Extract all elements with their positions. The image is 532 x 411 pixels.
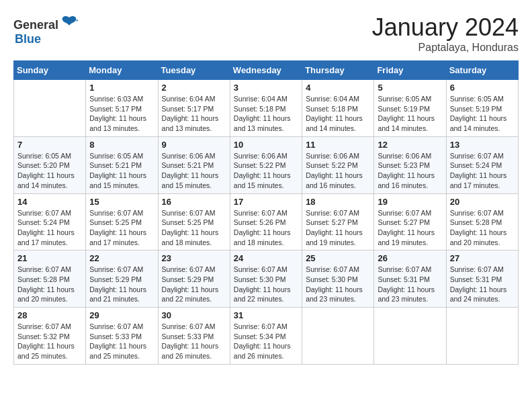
day-number: 3 xyxy=(234,83,298,93)
sunset-label: Sunset: 5:31 PM xyxy=(378,275,430,283)
day-info: Sunrise: 6:07 AMSunset: 5:29 PMDaylight:… xyxy=(89,265,154,304)
sunset-label: Sunset: 5:30 PM xyxy=(234,275,286,283)
calendar-cell: 21Sunrise: 6:07 AMSunset: 5:28 PMDayligh… xyxy=(14,250,86,308)
daylight-label: Daylight: 11 hours and 25 minutes. xyxy=(89,342,146,360)
calendar-cell: 2Sunrise: 6:04 AMSunset: 5:17 PMDaylight… xyxy=(158,80,230,137)
day-info: Sunrise: 6:07 AMSunset: 5:29 PMDaylight:… xyxy=(162,265,226,304)
calendar-cell: 10Sunrise: 6:06 AMSunset: 5:22 PMDayligh… xyxy=(230,136,302,193)
sunrise-label: Sunrise: 6:07 AM xyxy=(234,322,287,330)
day-number: 25 xyxy=(306,253,370,263)
sunset-label: Sunset: 5:22 PM xyxy=(234,161,286,169)
day-number: 6 xyxy=(450,83,515,93)
daylight-label: Daylight: 11 hours and 14 minutes. xyxy=(17,171,75,189)
sunrise-label: Sunrise: 6:06 AM xyxy=(234,152,287,160)
sunset-label: Sunset: 5:24 PM xyxy=(450,161,502,169)
daylight-label: Daylight: 11 hours and 22 minutes. xyxy=(234,285,291,304)
day-number: 17 xyxy=(234,197,298,207)
sunset-label: Sunset: 5:28 PM xyxy=(450,218,502,226)
daylight-label: Daylight: 11 hours and 20 minutes. xyxy=(17,285,75,304)
sunrise-label: Sunrise: 6:07 AM xyxy=(17,322,71,330)
daylight-label: Daylight: 11 hours and 17 minutes. xyxy=(89,228,146,246)
sunset-label: Sunset: 5:27 PM xyxy=(378,218,430,226)
logo-blue: Blue xyxy=(15,32,41,46)
sunrise-label: Sunrise: 6:07 AM xyxy=(89,209,143,217)
day-info: Sunrise: 6:06 AMSunset: 5:22 PMDaylight:… xyxy=(306,151,370,191)
day-number: 5 xyxy=(378,83,442,93)
sunset-label: Sunset: 5:33 PM xyxy=(89,332,142,340)
day-number: 30 xyxy=(162,310,226,320)
day-info: Sunrise: 6:04 AMSunset: 5:18 PMDaylight:… xyxy=(234,94,298,134)
daylight-label: Daylight: 11 hours and 16 minutes. xyxy=(306,171,363,189)
day-info: Sunrise: 6:07 AMSunset: 5:26 PMDaylight:… xyxy=(234,208,298,248)
day-number: 15 xyxy=(89,197,154,207)
sunrise-label: Sunrise: 6:07 AM xyxy=(234,265,287,273)
sunrise-label: Sunrise: 6:07 AM xyxy=(162,265,216,273)
weekday-header: Saturday xyxy=(446,61,518,80)
sunset-label: Sunset: 5:32 PM xyxy=(17,332,70,340)
sunrise-label: Sunrise: 6:07 AM xyxy=(89,322,143,330)
day-info: Sunrise: 6:07 AMSunset: 5:32 PMDaylight:… xyxy=(17,322,82,361)
calendar-cell: 7Sunrise: 6:05 AMSunset: 5:20 PMDaylight… xyxy=(14,136,86,193)
day-number: 20 xyxy=(450,197,515,207)
day-number: 21 xyxy=(17,253,82,263)
day-info: Sunrise: 6:07 AMSunset: 5:28 PMDaylight:… xyxy=(450,208,515,248)
sunrise-label: Sunrise: 6:07 AM xyxy=(17,209,71,217)
sunrise-label: Sunrise: 6:07 AM xyxy=(162,209,216,217)
sunset-label: Sunset: 5:21 PM xyxy=(162,161,214,169)
daylight-label: Daylight: 11 hours and 24 minutes. xyxy=(450,285,507,304)
day-number: 27 xyxy=(450,253,515,263)
day-info: Sunrise: 6:07 AMSunset: 5:25 PMDaylight:… xyxy=(89,208,154,248)
day-number: 7 xyxy=(17,140,82,150)
day-info: Sunrise: 6:05 AMSunset: 5:21 PMDaylight:… xyxy=(89,151,154,191)
weekday-header: Tuesday xyxy=(158,61,230,80)
sunset-label: Sunset: 5:31 PM xyxy=(450,275,502,283)
weekday-header: Sunday xyxy=(14,61,86,80)
sunrise-label: Sunrise: 6:05 AM xyxy=(89,152,143,160)
day-number: 4 xyxy=(306,83,370,93)
daylight-label: Daylight: 11 hours and 26 minutes. xyxy=(234,342,291,360)
sunrise-label: Sunrise: 6:04 AM xyxy=(162,95,216,103)
daylight-label: Daylight: 11 hours and 15 minutes. xyxy=(162,171,219,189)
calendar-cell: 31Sunrise: 6:07 AMSunset: 5:34 PMDayligh… xyxy=(230,308,302,365)
daylight-label: Daylight: 11 hours and 22 minutes. xyxy=(162,285,219,304)
sunset-label: Sunset: 5:26 PM xyxy=(234,218,286,226)
calendar-cell xyxy=(302,308,374,365)
day-number: 16 xyxy=(162,197,226,207)
day-number: 8 xyxy=(89,140,154,150)
day-number: 22 xyxy=(89,253,154,263)
calendar-cell: 1Sunrise: 6:03 AMSunset: 5:17 PMDaylight… xyxy=(86,80,158,137)
day-number: 1 xyxy=(89,83,154,93)
calendar-week-row: 7Sunrise: 6:05 AMSunset: 5:20 PMDaylight… xyxy=(14,136,519,193)
calendar-cell xyxy=(14,80,86,137)
calendar-cell: 15Sunrise: 6:07 AMSunset: 5:25 PMDayligh… xyxy=(86,193,158,250)
calendar-cell: 23Sunrise: 6:07 AMSunset: 5:29 PMDayligh… xyxy=(158,250,230,308)
calendar-cell: 25Sunrise: 6:07 AMSunset: 5:30 PMDayligh… xyxy=(302,250,374,308)
weekday-header: Monday xyxy=(86,61,158,80)
calendar-table: SundayMondayTuesdayWednesdayThursdayFrid… xyxy=(13,60,519,365)
sunrise-label: Sunrise: 6:07 AM xyxy=(378,209,431,217)
weekday-header: Friday xyxy=(374,61,446,80)
calendar-week-row: 28Sunrise: 6:07 AMSunset: 5:32 PMDayligh… xyxy=(14,308,519,365)
sunset-label: Sunset: 5:28 PM xyxy=(17,275,70,283)
calendar-cell: 3Sunrise: 6:04 AMSunset: 5:18 PMDaylight… xyxy=(230,80,302,137)
sunset-label: Sunset: 5:17 PM xyxy=(162,105,214,113)
sunset-label: Sunset: 5:24 PM xyxy=(17,218,70,226)
calendar-cell: 19Sunrise: 6:07 AMSunset: 5:27 PMDayligh… xyxy=(374,193,446,250)
sunset-label: Sunset: 5:18 PM xyxy=(306,105,358,113)
day-info: Sunrise: 6:07 AMSunset: 5:25 PMDaylight:… xyxy=(162,208,226,248)
title-block: January 2024 Paptalaya, Honduras xyxy=(372,13,519,54)
calendar-week-row: 14Sunrise: 6:07 AMSunset: 5:24 PMDayligh… xyxy=(14,193,519,250)
weekday-header-row: SundayMondayTuesdayWednesdayThursdayFrid… xyxy=(14,61,519,80)
location: Paptalaya, Honduras xyxy=(372,42,519,54)
calendar-cell: 26Sunrise: 6:07 AMSunset: 5:31 PMDayligh… xyxy=(374,250,446,308)
day-number: 26 xyxy=(378,253,442,263)
day-info: Sunrise: 6:04 AMSunset: 5:17 PMDaylight:… xyxy=(162,94,226,134)
day-info: Sunrise: 6:05 AMSunset: 5:19 PMDaylight:… xyxy=(378,94,442,134)
calendar-cell: 8Sunrise: 6:05 AMSunset: 5:21 PMDaylight… xyxy=(86,136,158,193)
calendar-cell: 4Sunrise: 6:04 AMSunset: 5:18 PMDaylight… xyxy=(302,80,374,137)
daylight-label: Daylight: 11 hours and 15 minutes. xyxy=(89,171,146,189)
sunset-label: Sunset: 5:25 PM xyxy=(162,218,214,226)
calendar-cell: 11Sunrise: 6:06 AMSunset: 5:22 PMDayligh… xyxy=(302,136,374,193)
day-info: Sunrise: 6:07 AMSunset: 5:31 PMDaylight:… xyxy=(378,265,442,304)
day-info: Sunrise: 6:07 AMSunset: 5:33 PMDaylight:… xyxy=(162,322,226,361)
